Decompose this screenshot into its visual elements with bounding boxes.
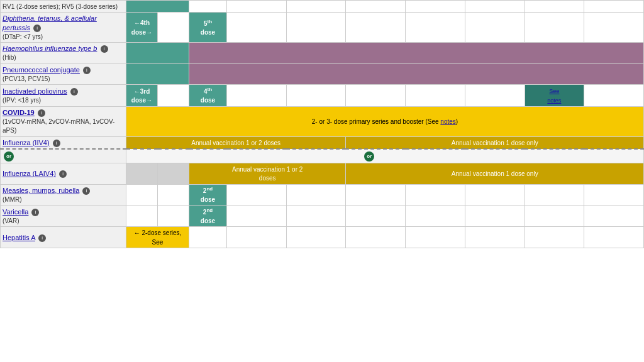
hepa-dose-label: ← 2-dose series, See [134,229,182,245]
vaccine-link-iiv4[interactable]: Influenza (IIV4) [3,139,50,146]
var-empty-3 [227,206,287,227]
hepa-empty-3 [286,227,346,248]
vaccine-name-laiv4: Influenza (LAIV4) i [1,163,126,184]
vaccine-subtitle-pcv: (PCV13, PCV15) [3,75,50,82]
vaccine-link-mmr[interactable]: Measles, mumps, rubella [3,187,79,194]
rv-cell-8 [525,1,584,13]
vaccine-link-ipv[interactable]: Inactivated poliovirus [3,87,67,95]
iiv4-annual2-cell: Annual vaccination 1 dose only [346,136,644,149]
dtap-dose4-cell: ←4th dose→ [126,13,158,43]
table-row-influenza-iiv4: Influenza (IIV4) i Annual vaccination 1 … [1,136,644,149]
rv-cell-7 [465,1,525,13]
pcv-teal-1 [126,63,189,85]
info-icon-laiv4[interactable]: i [59,170,67,178]
var-dose2-label: 2nddose [201,209,215,224]
laiv4-annual1-label: Annual vaccination 1 or 2doses [232,166,303,182]
vaccine-name-hib: Haemophilus influenzae type b i (Hib) [1,43,126,64]
ipv-dose4-cell: 4thdose [189,85,227,106]
laiv4-annual1-cell: Annual vaccination 1 or 2doses [189,163,346,184]
or-badge-right: or [364,151,374,162]
vaccine-subtitle-hib: (Hib) [3,54,16,61]
mmr-empty-2 [158,184,189,206]
hib-purple [189,43,644,64]
info-icon-covid[interactable]: i [38,109,45,117]
info-icon-ipv[interactable]: i [70,88,78,96]
vaccine-link-laiv4[interactable]: Influenza (LAIV4) [3,170,56,177]
mmr-dose2-label: 2nddose [201,187,215,203]
vaccine-name-rv: RV1 (2-dose series); RV5 (3-dose series) [1,1,126,13]
mmr-empty-3 [227,184,287,206]
hepa-empty-4 [346,227,406,248]
iiv4-annual1-label: Annual vaccination 1 or 2 doses [191,140,280,146]
vaccine-link-pcv[interactable]: Pneumococcal conjugate [3,66,80,74]
info-icon-hepa[interactable]: i [38,234,46,242]
vaccine-subtitle-covid: (1vCOV-mRNA, 2vCOV-mRNA, 1vCOV-aPS) [3,118,114,134]
table-row-or: or or [1,149,644,163]
mmr-empty-7 [465,184,525,206]
vaccine-link-hib[interactable]: Haemophilus influenzae type b [3,45,97,52]
rv-cell-6 [406,1,465,13]
var-empty-5 [346,206,406,227]
rv-cell-3 [227,1,287,13]
ipv-dose3-cell: ←3rd dose→ [126,85,158,106]
hepa-empty-8 [584,227,644,248]
hepa-empty-6 [465,227,525,248]
vaccine-link-dtap[interactable]: Diphtheria, tetanus, & acellular pertuss… [3,14,97,31]
vaccine-link-hepa[interactable]: Hepatitis A [3,234,35,241]
var-empty-6 [406,206,465,227]
covid-series-label: 2- or 3- dose primary series and booster… [312,118,458,125]
table-row-influenza-laiv4: Influenza (LAIV4) i Annual vaccination 1… [1,163,644,184]
info-icon-iiv4[interactable]: i [53,140,60,147]
rv-cell-5 [346,1,406,13]
covid-notes-link[interactable]: notes [440,118,455,125]
or-spacer: or [126,149,644,163]
var-empty-7 [465,206,525,227]
or-cell: or [1,149,126,163]
info-icon-dtap[interactable]: i [33,25,41,32]
ipv-empty-6 [465,85,525,106]
hepa-empty-5 [406,227,465,248]
dtap-dose4-label: ←4th dose→ [131,19,152,35]
table-row-covid: COVID-19 i (1vCOV-mRNA, 2vCOV-mRNA, 1vCO… [1,106,644,136]
laiv4-annual2-cell: Annual vaccination 1 dose only [346,163,644,184]
table-row-pcv: Pneumococcal conjugate i (PCV13, PCV15) [1,63,644,85]
dtap-empty-4 [346,13,406,43]
hib-teal-1 [126,43,189,64]
dtap-empty-5 [406,13,465,43]
vaccine-link-covid[interactable]: COVID-19 [3,109,35,116]
var-empty-9 [584,206,644,227]
rv-cell-1 [126,1,189,13]
vaccine-link-varicella[interactable]: Varicella [3,208,28,216]
info-icon-hib[interactable]: i [101,45,108,53]
hepa-empty-1 [189,227,227,248]
info-icon-varicella[interactable]: i [31,209,39,216]
var-empty-8 [525,206,584,227]
ipv-see-notes[interactable]: Seenotes [547,88,561,104]
vaccine-name-hepa: Hepatitis A i [1,227,126,248]
table-row-dtap: Diphtheria, tetanus, & acellular pertuss… [1,13,644,43]
hepa-empty-7 [525,227,584,248]
ipv-dose4-label: 4thdose [201,88,215,104]
info-icon-mmr[interactable]: i [82,187,90,195]
or-badge: or [4,151,14,162]
ipv-empty-2 [227,85,287,106]
hepa-empty-2 [227,227,287,248]
vaccination-schedule-table: RV1 (2-dose series); RV5 (3-dose series)… [0,0,644,248]
vaccine-subtitle-mmr: (MMR) [3,196,22,203]
dtap-empty-7 [525,13,584,43]
table-row-hib: Haemophilus influenzae type b i (Hib) [1,43,644,64]
covid-label-cell: 2- or 3- dose primary series and booster… [126,106,644,136]
rv-cell-9 [584,1,644,13]
var-empty-2 [158,206,189,227]
rv-cell-2 [189,1,227,13]
iiv4-annual1-cell: Annual vaccination 1 or 2 doses [126,136,346,149]
var-dose2-cell: 2nddose [189,206,227,227]
table-row-hepa: Hepatitis A i ← 2-dose series, See [1,227,644,248]
hepa-dose-cell: ← 2-dose series, See [126,227,189,248]
vaccine-subtitle-rv: RV1 (2-dose series); RV5 (3-dose series) [3,3,118,10]
vaccine-name-varicella: Varicella i (VAR) [1,206,126,227]
laiv4-gray-2 [158,163,189,184]
dtap-empty-2 [227,13,287,43]
table-row-rv: RV1 (2-dose series); RV5 (3-dose series) [1,1,644,13]
info-icon-pcv[interactable]: i [83,67,91,74]
